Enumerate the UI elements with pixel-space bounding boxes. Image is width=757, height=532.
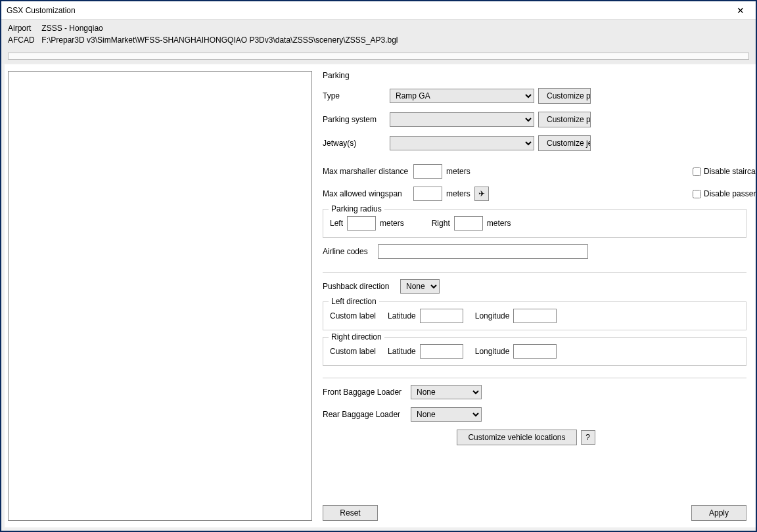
rear-loader-row: Rear Baggage Loader None	[323, 407, 756, 422]
left-longitude-input[interactable]	[513, 309, 557, 323]
titlebar: GSX Customization ✕	[1, 1, 756, 20]
airport-label: Airport	[8, 24, 39, 33]
pushback-label: Pushback direction	[323, 282, 396, 291]
radius-right-input[interactable]	[454, 216, 483, 231]
window-title: GSX Customization	[7, 6, 76, 15]
disable-passenger-checkbox[interactable]	[693, 190, 701, 198]
help-icon: ?	[585, 433, 590, 442]
afcad-label: AFCAD	[8, 35, 39, 45]
front-loader-select[interactable]: None	[411, 385, 482, 399]
radius-left-input[interactable]	[347, 216, 376, 231]
parking-settings: Parking Type Ramp GA Customize p Parking…	[317, 64, 756, 527]
left-longitude-label: Longitude	[475, 311, 510, 321]
parking-system-row: Parking system Customize p	[323, 112, 756, 127]
max-wingspan-input[interactable]	[413, 187, 442, 201]
left-dir-row: Custom label Latitude Longitude	[330, 309, 739, 323]
left-direction-legend: Left direction	[329, 297, 379, 306]
right-direction-legend: Right direction	[329, 332, 384, 342]
divider-2	[323, 378, 746, 378]
disable-passenger-wrap: Disable passer	[693, 189, 756, 198]
left-latitude-label: Latitude	[388, 311, 416, 321]
right-dir-row: Custom label Latitude Longitude	[330, 344, 739, 359]
info-area: Airport ZSSS - Hongqiao AFCAD F:\Prepar3…	[1, 20, 756, 50]
customize-parking-system-button[interactable]: Customize p	[538, 112, 591, 127]
right-latitude-label: Latitude	[388, 347, 416, 356]
bottom-buttons: Reset Apply	[323, 505, 756, 521]
jetway-row: Jetway(s) Customize je	[323, 135, 756, 151]
meters-label-1: meters	[446, 167, 470, 176]
left-direction-fieldset: Left direction Custom label Latitude Lon…	[323, 301, 746, 330]
max-marshaller-input[interactable]	[413, 164, 442, 179]
radius-left-label: Left	[330, 219, 343, 228]
meters-label-2: meters	[446, 189, 470, 198]
progress-area	[1, 50, 756, 64]
parking-radius-fieldset: Parking radius Left meters Right meters	[323, 209, 746, 238]
disable-passenger-label: Disable passer	[704, 189, 756, 198]
type-row: Type Ramp GA Customize p	[323, 88, 756, 104]
type-select[interactable]: Ramp GA	[390, 89, 534, 103]
reset-button[interactable]: Reset	[323, 505, 378, 521]
airline-codes-label: Airline codes	[323, 247, 374, 256]
customize-jetway-button[interactable]: Customize je	[538, 135, 591, 151]
apply-button[interactable]: Apply	[691, 505, 746, 521]
parking-system-select[interactable]	[390, 112, 534, 127]
jetway-select[interactable]	[390, 136, 534, 150]
main-window: GSX Customization ✕ Airport ZSSS - Hongq…	[0, 0, 757, 532]
close-button[interactable]: ✕	[725, 1, 756, 20]
disable-staircase-label: Disable stairca	[704, 167, 756, 176]
parking-list[interactable]	[8, 71, 312, 521]
wingspan-aircraft-button[interactable]: ✈	[474, 187, 489, 201]
disable-staircase-checkbox[interactable]	[693, 167, 701, 176]
right-latitude-input[interactable]	[420, 344, 463, 359]
customize-type-button[interactable]: Customize p	[538, 88, 591, 104]
customize-vehicle-row: Customize vehicle locations ?	[317, 430, 756, 445]
afcad-value: F:\Prepar3D v3\SimMarket\WFSS-SHANGHAIHO…	[41, 35, 398, 45]
airline-codes-input[interactable]	[378, 244, 588, 259]
divider-1	[323, 272, 746, 273]
parking-radius-legend: Parking radius	[329, 204, 384, 213]
radius-right-label: Right	[432, 219, 450, 228]
right-direction-fieldset: Right direction Custom label Latitude Lo…	[323, 337, 746, 366]
rear-loader-label: Rear Baggage Loader	[323, 410, 407, 419]
right-custom-label: Custom label	[330, 347, 376, 356]
max-marshaller-row: Max marshaller distance meters Disable s…	[323, 164, 756, 179]
type-label: Type	[323, 91, 386, 100]
parking-system-label: Parking system	[323, 115, 386, 124]
max-marshaller-label: Max marshaller distance	[323, 167, 409, 176]
disable-staircase-wrap: Disable stairca	[693, 167, 756, 176]
airline-codes-row: Airline codes	[323, 244, 756, 259]
progress-bar	[8, 53, 749, 60]
plane-icon: ✈	[478, 189, 485, 198]
max-wingspan-label: Max allowed wingspan	[323, 189, 409, 198]
close-icon: ✕	[737, 5, 745, 16]
pushback-row: Pushback direction None	[323, 279, 756, 294]
right-longitude-input[interactable]	[513, 344, 557, 359]
pushback-select[interactable]: None	[400, 279, 440, 294]
parking-radius-row: Left meters Right meters	[330, 216, 739, 231]
airport-row: Airport ZSSS - Hongqiao	[8, 24, 749, 33]
meters-label-4: meters	[487, 219, 511, 228]
customize-vehicle-button[interactable]: Customize vehicle locations	[457, 430, 576, 445]
afcad-row: AFCAD F:\Prepar3D v3\SimMarket\WFSS-SHAN…	[8, 35, 749, 45]
rear-loader-select[interactable]: None	[411, 407, 482, 422]
max-wingspan-row: Max allowed wingspan meters ✈ Disable pa…	[323, 187, 756, 201]
content-area: Parking Type Ramp GA Customize p Parking…	[5, 64, 756, 527]
help-button[interactable]: ?	[581, 430, 595, 445]
left-custom-label: Custom label	[330, 311, 376, 321]
meters-label-3: meters	[380, 219, 404, 228]
left-latitude-input[interactable]	[420, 309, 463, 323]
airport-value: ZSSS - Hongqiao	[41, 24, 103, 33]
right-longitude-label: Longitude	[475, 347, 510, 356]
parking-heading: Parking	[323, 71, 756, 80]
front-loader-row: Front Baggage Loader None	[323, 385, 756, 399]
front-loader-label: Front Baggage Loader	[323, 388, 407, 397]
jetway-label: Jetway(s)	[323, 139, 386, 148]
